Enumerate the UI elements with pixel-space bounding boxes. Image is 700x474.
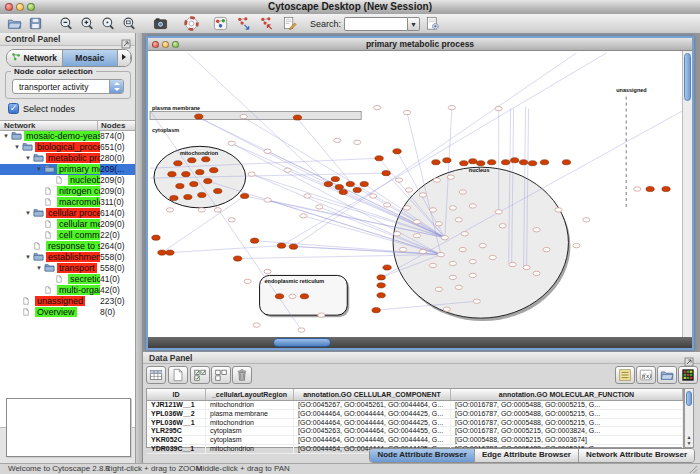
gene-node-outline[interactable] xyxy=(384,203,391,207)
gene-node[interactable] xyxy=(377,293,385,298)
gene-node[interactable] xyxy=(353,187,361,192)
attribute-list-icon[interactable] xyxy=(615,366,635,384)
gene-node-outline[interactable] xyxy=(304,194,311,198)
tab-edge-attribute-browser[interactable]: Edge Attribute Browser xyxy=(475,449,579,462)
gene-node-outline[interactable] xyxy=(495,210,502,214)
gene-node[interactable] xyxy=(166,250,174,255)
gene-node[interactable] xyxy=(204,179,212,184)
gene-node[interactable] xyxy=(324,181,332,186)
gene-node-outline[interactable] xyxy=(473,299,480,303)
table-cell[interactable]: mitochondrion xyxy=(206,401,294,409)
table-cell[interactable]: YPL036W__2 xyxy=(147,410,206,418)
expand-arrow-icon[interactable]: ▼ xyxy=(3,131,11,142)
expand-arrow-icon[interactable]: ▼ xyxy=(36,164,44,175)
tree-row[interactable]: cell communicat22(0) xyxy=(0,230,135,241)
tree-row[interactable]: response to stimulu264(0) xyxy=(0,241,135,252)
gene-node[interactable] xyxy=(519,160,527,165)
tree-row[interactable]: nitrogen compo209(0) xyxy=(0,186,135,197)
tab-network-attribute-browser[interactable]: Network Attribute Browser xyxy=(579,449,694,462)
table-column-header[interactable]: ID xyxy=(147,389,206,400)
table-vertical-scrollbar[interactable]: ▲▼ xyxy=(684,388,694,448)
gene-node-outline[interactable] xyxy=(429,263,436,267)
gene-node[interactable] xyxy=(174,161,182,166)
gene-node-outline[interactable] xyxy=(459,190,466,194)
gene-node[interactable] xyxy=(501,160,509,165)
gene-node[interactable] xyxy=(646,186,654,191)
tree-row[interactable]: cellular metabo209(0) xyxy=(0,219,135,230)
expand-arrow-icon[interactable]: ▼ xyxy=(25,252,33,263)
table-cell[interactable]: [GO:0016787, GO:0005488, GO:0005215, G..… xyxy=(451,401,683,409)
gene-node-outline[interactable] xyxy=(264,269,271,273)
open-session-icon[interactable] xyxy=(6,15,23,32)
float-panel-icon[interactable] xyxy=(121,35,131,45)
gene-node-outline[interactable] xyxy=(405,188,412,192)
gene-node[interactable] xyxy=(182,172,190,177)
zoom-in-icon[interactable] xyxy=(79,15,96,32)
table-cell[interactable]: mitochondrion xyxy=(206,445,294,453)
gene-node-outline[interactable] xyxy=(443,307,450,311)
gene-node-outline[interactable] xyxy=(395,178,402,182)
tab-mosaic[interactable]: Mosaic xyxy=(63,50,119,66)
gene-node-outline[interactable] xyxy=(214,208,221,212)
help-icon[interactable] xyxy=(183,15,200,32)
gene-node[interactable] xyxy=(393,149,401,154)
gene-node-outline[interactable] xyxy=(300,214,307,218)
gene-node-outline[interactable] xyxy=(284,168,291,172)
table-row[interactable]: YLR295Ccytoplasm[GO:0045263, GO:0044464,… xyxy=(147,427,683,436)
table-row[interactable]: YJR121W__1mitochondrion[GO:0045267, GO:0… xyxy=(147,401,683,410)
gene-node[interactable] xyxy=(289,244,297,249)
zoom-selected-icon[interactable] xyxy=(121,15,138,32)
gene-node[interactable] xyxy=(360,181,368,186)
import-attributes-icon[interactable] xyxy=(657,366,677,384)
network-view-window[interactable]: primary metabolic process xyxy=(146,36,694,350)
gene-node-outline[interactable] xyxy=(435,222,442,226)
gene-node-outline[interactable] xyxy=(413,220,420,224)
tree-row[interactable]: secretion41(0) xyxy=(0,274,135,285)
gene-node-outline[interactable] xyxy=(228,218,235,222)
gene-node[interactable] xyxy=(335,184,343,189)
gene-node-outline[interactable] xyxy=(429,208,436,212)
expand-arrow-icon[interactable]: ▼ xyxy=(36,263,44,274)
formula-builder-icon[interactable]: f(x) xyxy=(636,366,656,384)
gene-node-outline[interactable] xyxy=(543,247,550,251)
expand-arrow-icon[interactable]: ▼ xyxy=(25,153,33,164)
gene-node[interactable] xyxy=(375,156,383,161)
table-cell[interactable]: [GO:0044464, GO:0044446, GO:0044444, G..… xyxy=(294,436,451,444)
gene-node[interactable] xyxy=(469,159,477,164)
gene-node[interactable] xyxy=(331,177,339,182)
gene-node-outline[interactable] xyxy=(495,106,502,110)
gene-node-outline[interactable] xyxy=(374,105,381,109)
gene-node-outline[interactable] xyxy=(461,232,468,236)
vertical-scroll-thumb[interactable] xyxy=(684,53,691,101)
table-cell[interactable]: [GO:0016787, GO:0005215, GO:0003824, G..… xyxy=(451,427,683,435)
canvas-horizontal-scrollbar[interactable] xyxy=(148,337,692,348)
gene-node[interactable] xyxy=(540,160,548,165)
gene-node[interactable] xyxy=(214,188,222,193)
float-panel-icon[interactable] xyxy=(684,353,694,363)
tree-row[interactable]: Overview8(0) xyxy=(0,307,135,318)
gene-node-outline[interactable] xyxy=(469,259,476,263)
tree-row[interactable]: ▼biological_process651(0) xyxy=(0,142,135,153)
gene-node-outline[interactable] xyxy=(403,110,410,114)
tree-row[interactable]: ▼mosaic-demo-yeast874(0) xyxy=(0,131,135,142)
gene-node[interactable] xyxy=(382,171,390,176)
gene-node[interactable] xyxy=(372,308,380,313)
search-input[interactable] xyxy=(344,17,408,31)
table-cell[interactable]: mitochondrion xyxy=(206,419,294,427)
gene-node-outline[interactable] xyxy=(419,193,426,197)
table-column-header[interactable]: annotation.GO MOLECULAR_FUNCTION xyxy=(451,389,683,400)
gene-node[interactable] xyxy=(184,194,192,199)
gene-node-outline[interactable] xyxy=(316,205,323,209)
gene-node[interactable] xyxy=(339,189,347,194)
gene-node-outline[interactable] xyxy=(437,252,444,256)
node-color-select[interactable]: transporter activity xyxy=(12,79,124,94)
tree-row[interactable]: ▼metabolic process280(0) xyxy=(0,153,135,164)
gene-node[interactable] xyxy=(460,161,468,166)
gene-node-outline[interactable] xyxy=(166,208,173,212)
tab-overflow-button[interactable] xyxy=(118,50,131,66)
table-cell[interactable]: [GO:0044464, GO:0044444, GO:0044425, G..… xyxy=(294,410,451,418)
gene-node-outline[interactable] xyxy=(509,262,516,266)
gene-node-outline[interactable] xyxy=(289,294,296,298)
gene-node[interactable] xyxy=(233,256,241,261)
delete-attribute-icon[interactable] xyxy=(232,366,252,384)
